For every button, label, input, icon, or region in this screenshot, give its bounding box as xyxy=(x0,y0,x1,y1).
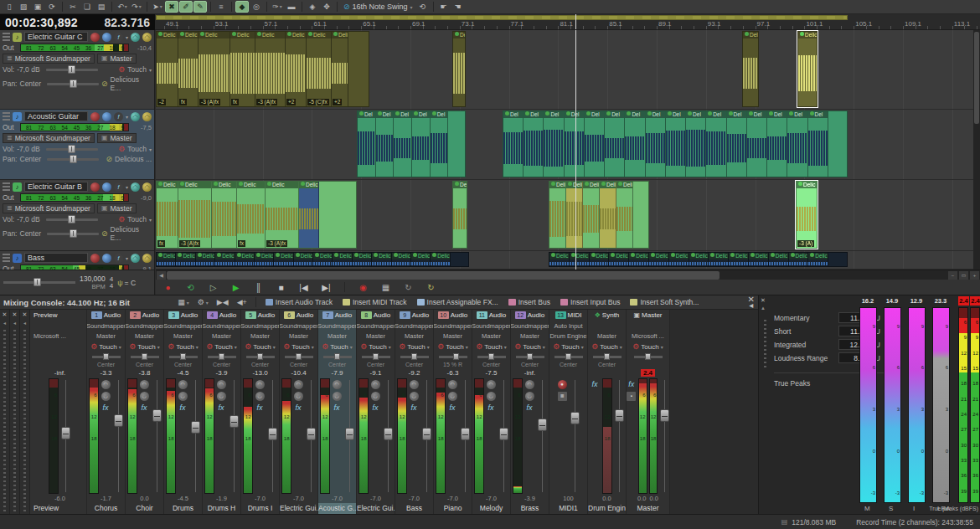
automation-gear-icon[interactable]: ⚙ xyxy=(118,215,125,223)
automation-gear-icon[interactable]: ⚙ xyxy=(206,342,213,351)
automation-mode[interactable]: Touch xyxy=(369,343,386,351)
channel-name[interactable]: Preview xyxy=(34,503,86,514)
automation-fx-button[interactable]: f xyxy=(114,254,123,263)
mute-button[interactable] xyxy=(102,112,111,121)
clip-segment[interactable]: Delicfx xyxy=(237,182,266,248)
mixer-channel-strip[interactable]: 7AudioSoundmapperMaster⚙Touch▾Center-7.9… xyxy=(318,310,357,514)
record-arm-button[interactable] xyxy=(90,254,100,263)
undo-button[interactable]: ↶▾ xyxy=(116,1,129,13)
pan-slider[interactable] xyxy=(439,356,467,358)
clip-segment[interactable]: Delic xyxy=(616,182,633,248)
clip-segment[interactable]: Del xyxy=(767,111,787,177)
lock-icon[interactable]: ▪ xyxy=(627,392,636,401)
clip-segment[interactable]: Delic xyxy=(629,253,649,266)
fx-chain-button[interactable]: ◠ xyxy=(142,182,152,192)
pan-slider-handle[interactable] xyxy=(103,353,109,360)
pan-slider-handle[interactable] xyxy=(296,353,302,360)
pan-slider[interactable] xyxy=(516,356,544,358)
pan-slider[interactable] xyxy=(208,356,236,358)
device-selector[interactable]: ≣Microsoft Soundmapper xyxy=(3,133,95,143)
track-lane[interactable]: DelicDelicDelicDelicDelicDelicDelicDelic… xyxy=(156,251,973,270)
pan-slider-handle[interactable] xyxy=(453,353,459,360)
mixer-channel-strip[interactable]: ▣MasterMicrosoft ...⚙Touch▾2.4fx▪6121861… xyxy=(627,310,670,514)
audio-clip[interactable]: DelDelDelDelDelDelDelDelDelDelDelDelDelD… xyxy=(503,110,848,177)
mixer-channel-strip[interactable]: PreviewMicrosoft ...-inf.61218-6.0Previe… xyxy=(30,310,87,514)
automation-mode[interactable]: Touch xyxy=(446,343,463,351)
clip-segment[interactable]: Del xyxy=(585,111,605,177)
audio-clip[interactable]: Delic xyxy=(452,181,467,249)
chevron-down-icon[interactable]: ▾ xyxy=(196,344,199,350)
automation-mode[interactable]: Touch xyxy=(127,145,147,153)
automation-gear-icon[interactable]: ⚙ xyxy=(90,342,97,351)
pan-slider[interactable] xyxy=(92,356,121,358)
phase-icon[interactable]: ◡ xyxy=(294,392,303,401)
channel-bus[interactable]: Master xyxy=(318,331,356,341)
track-name-field[interactable]: Bass xyxy=(24,253,88,263)
routing-icon[interactable]: ◠ xyxy=(410,380,419,389)
pan-slider-handle[interactable] xyxy=(488,353,494,360)
erase-tool[interactable]: ▬ xyxy=(285,1,298,13)
clip-segment[interactable]: Delic+2 xyxy=(286,32,307,106)
chevron-down-icon[interactable]: ▾ xyxy=(466,344,468,350)
automation-gear-icon[interactable]: ⚙ xyxy=(553,342,560,351)
pan-slider[interactable] xyxy=(246,356,275,358)
audio-clip[interactable]: DelicDelicDelicDelicDelicDelicDelicDelic… xyxy=(549,252,848,267)
pan-slider[interactable] xyxy=(593,356,622,358)
volume-slider[interactable] xyxy=(46,69,98,71)
channel-fader[interactable] xyxy=(498,378,509,494)
routing-icon[interactable]: ◠ xyxy=(101,380,111,389)
volume-slider-handle[interactable] xyxy=(68,215,75,223)
volume-slider[interactable] xyxy=(46,218,98,221)
pan-slider[interactable] xyxy=(47,158,99,161)
clip-segment[interactable]: Delic-3 (A)fx xyxy=(266,182,299,248)
mixer-channel-strip[interactable]: 2AudioSoundmapperMaster⚙Touch▾Center-3.8… xyxy=(126,310,164,514)
clip-segment[interactable]: Delic xyxy=(689,253,709,266)
clip-segment[interactable]: Delic xyxy=(157,253,176,266)
channel-bus[interactable]: Master xyxy=(280,331,317,341)
fader-handle[interactable] xyxy=(422,428,431,440)
fader-handle[interactable] xyxy=(152,409,162,422)
bus-selector[interactable]: ▣Master xyxy=(97,54,137,64)
clip-segment[interactable]: Delic xyxy=(808,253,828,266)
track-lane[interactable]: DelicfxDelic-3 (A)fxDelicDelicfxDelic-3 … xyxy=(156,180,973,251)
loop-region-bar[interactable] xyxy=(156,15,848,20)
chevron-down-icon[interactable]: ▾ xyxy=(235,344,237,350)
track-lane[interactable]: DelDelDelDelDelDelDelDelDelDelDelDelDelD… xyxy=(156,110,973,180)
pause-button[interactable]: ║ xyxy=(251,281,266,294)
record-arm-button[interactable] xyxy=(90,112,100,121)
dock-arrow-icon[interactable]: ◂ xyxy=(23,320,26,326)
clip-segment[interactable]: Delic xyxy=(549,266,570,267)
routing-icon[interactable]: ◠ xyxy=(448,380,457,389)
mute-tool[interactable]: ◈ xyxy=(306,1,319,13)
clip-segment[interactable]: Delic xyxy=(313,253,333,266)
channel-fader[interactable] xyxy=(229,378,240,494)
clip-segment[interactable]: Delic xyxy=(789,253,809,266)
clip-segment[interactable]: Delic xyxy=(333,253,352,266)
docked-window-tab[interactable]: ✕◂ xyxy=(10,310,20,514)
automation-mode[interactable]: Touch xyxy=(253,343,271,351)
routing-icon[interactable]: ◠ xyxy=(178,380,188,389)
pan-slider[interactable] xyxy=(400,356,429,358)
automation-mode[interactable]: Touch xyxy=(330,343,348,351)
fader-handle[interactable] xyxy=(307,428,316,440)
fx-icon[interactable]: fx xyxy=(525,403,534,413)
save-button[interactable]: ▣ xyxy=(31,1,44,13)
track-name-field[interactable]: Electric Guitar C xyxy=(24,32,88,42)
what-is-this-button[interactable]: ☛ xyxy=(437,1,451,13)
clip-segment[interactable]: Delic xyxy=(453,32,466,106)
split-tool[interactable]: ◎ xyxy=(250,1,263,13)
channel-output-device[interactable]: Auto Input xyxy=(549,321,587,331)
clip-segment[interactable]: Del xyxy=(544,111,564,177)
clip-segment[interactable]: Del xyxy=(376,111,395,177)
close-icon[interactable]: ✕ xyxy=(13,311,18,318)
loop-playback-button[interactable]: ⟲ xyxy=(183,281,198,294)
volume-slider-handle[interactable] xyxy=(68,145,75,153)
phase-icon[interactable]: ◡ xyxy=(101,392,111,401)
insert-assignable-fx-button[interactable]: Insert Assignable FX... xyxy=(414,296,502,308)
fader-handle[interactable] xyxy=(660,409,669,422)
vertical-scrollbar[interactable] xyxy=(973,30,980,270)
pan-slider-handle[interactable] xyxy=(142,353,147,360)
timeline-edit-tool[interactable]: ≡ xyxy=(214,1,228,13)
channel-fader[interactable] xyxy=(306,378,317,494)
pan-slider-handle[interactable] xyxy=(411,353,417,360)
